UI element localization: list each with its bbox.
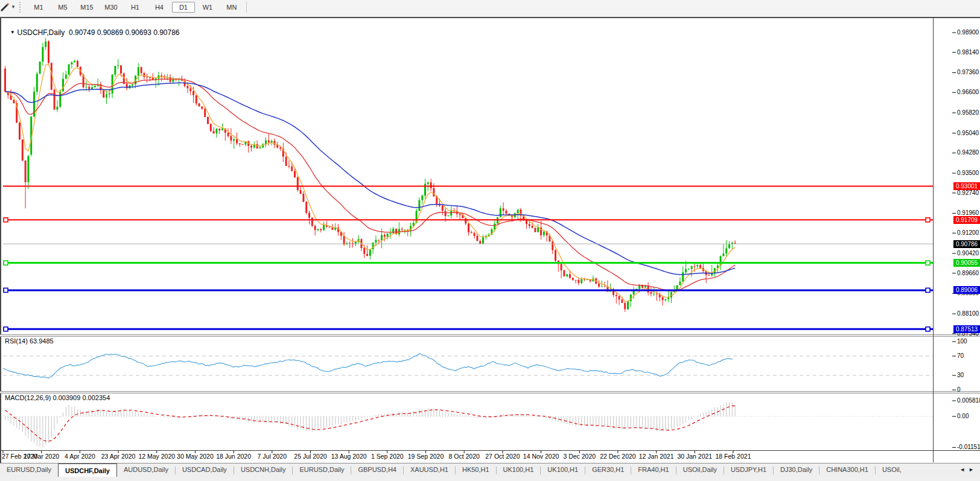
chart-tab-usdchf-daily[interactable]: USDCHF,Daily xyxy=(58,463,117,477)
rsi-axis-label: 0 xyxy=(957,386,961,393)
time-axis-label: 17 Mar 2020 xyxy=(24,453,59,460)
timeframe-button-mn[interactable]: MN xyxy=(220,2,243,13)
rsi-axis-label: 100 xyxy=(957,338,967,345)
tabs-scroll-left-icon[interactable]: ◄ xyxy=(959,467,969,473)
ohlc-high: 0.90869 xyxy=(97,28,123,37)
macd-axis-label: 0.00 xyxy=(957,413,969,419)
time-axis-label: 23 Apr 2020 xyxy=(101,453,136,460)
chart-tab-usdcad-daily[interactable]: USDCAD,Daily xyxy=(176,463,234,476)
price-axis-label: 0.93500 xyxy=(957,170,979,176)
chart-tab-xauusd-h1[interactable]: XAUUSD,H1 xyxy=(404,463,455,476)
chart-window[interactable] xyxy=(0,17,980,464)
chart-title: ▼USDCHF,Daily 0.90749 0.90869 0.90693 0.… xyxy=(6,20,180,37)
macd-splitter[interactable] xyxy=(0,391,980,393)
chart-tab-fra40-h1[interactable]: FRA40,H1 xyxy=(631,463,675,476)
toolbar-separator xyxy=(246,2,247,13)
timeframe-button-w1[interactable]: W1 xyxy=(196,2,219,13)
time-axis-label: 7 Jul 2020 xyxy=(258,453,287,460)
time-axis-label: 12 Jan 2021 xyxy=(639,453,674,460)
chart-tab-dj30-daily[interactable]: DJ30,Daily xyxy=(774,463,819,476)
chart-tab-hk50-h1[interactable]: HK50,H1 xyxy=(456,463,496,476)
price-level-badge: 0.90055 xyxy=(953,259,980,267)
chart-tab-usoil-[interactable]: USOil, xyxy=(876,463,908,476)
time-axis-label: 25 Jul 2020 xyxy=(294,453,326,460)
price-axis-label: 0.88100 xyxy=(957,310,979,317)
price-level-badge: 0.89006 xyxy=(953,286,980,294)
price-axis-label: 0.95820 xyxy=(957,109,979,116)
ohlc-open: 0.90749 xyxy=(69,28,95,37)
chart-tab-uk100-h1[interactable]: UK100,H1 xyxy=(497,463,541,476)
macd-label: MACD(12,26,9) 0.003909 0.002354 xyxy=(5,394,110,401)
status-strip xyxy=(0,477,980,481)
time-axis-label: 30 Jan 2021 xyxy=(677,453,712,460)
timeframe-button-h4[interactable]: H4 xyxy=(148,2,171,13)
time-axis-border xyxy=(0,450,980,451)
time-axis-label: 27 Oct 2020 xyxy=(485,453,520,460)
time-axis-label: 12 May 2020 xyxy=(138,453,175,460)
timeframe-button-h1[interactable]: H1 xyxy=(124,2,147,13)
chart-tab-usoil-daily[interactable]: USOil,Daily xyxy=(676,463,724,476)
price-axis-label: 0.91200 xyxy=(957,229,979,236)
time-axis-label: 14 Nov 2020 xyxy=(523,453,559,460)
timeframe-button-m1[interactable]: M1 xyxy=(27,2,50,13)
price-axis-label: 0.89660 xyxy=(957,270,979,276)
chart-tab-gbpusd-h4[interactable]: GBPUSD,H4 xyxy=(351,463,403,476)
price-axis-label: 0.90420 xyxy=(957,250,979,256)
timeframe-button-m15[interactable]: M15 xyxy=(75,2,98,13)
chart-tab-china300-h1[interactable]: CHINA300,H1 xyxy=(819,463,875,476)
price-level-badge: 0.87513 xyxy=(953,325,980,333)
macd-axis-label: 0.005818 xyxy=(957,397,980,404)
chart-tabs-bar: EURUSD,DailyUSDCHF,DailyAUDUSD,DailyUSDC… xyxy=(0,463,980,477)
timeframe-button-d1[interactable]: D1 xyxy=(172,2,195,13)
time-axis-label: 8 Oct 2020 xyxy=(449,453,480,460)
chart-tab-ger30-h1[interactable]: GER30,H1 xyxy=(585,463,631,476)
chart-tab-eurusd-daily[interactable]: EURUSD,Daily xyxy=(293,463,351,476)
time-axis-label: 1 Sep 2020 xyxy=(371,453,404,460)
chart-tab-usdjpy-h1[interactable]: USDJPY,H1 xyxy=(724,463,773,476)
chart-tab-uk100-h1[interactable]: UK100,H1 xyxy=(541,463,585,476)
price-axis-label: 0.98140 xyxy=(957,49,979,56)
rsi-label: RSI(14) 63.9485 xyxy=(5,337,54,345)
tabs-scroll-right-icon[interactable]: ► xyxy=(969,467,978,473)
macd-axis-label: -0.011514 xyxy=(957,444,980,450)
rsi-axis-label: 70 xyxy=(957,352,964,359)
timeframe-button-m5[interactable]: M5 xyxy=(51,2,74,13)
price-level-badge: 0.90786 xyxy=(953,240,980,248)
timeframe-toolbar: ▼M1M5M15M30H1H4D1W1MN xyxy=(0,0,980,18)
price-scale-border xyxy=(933,17,934,462)
price-axis-label: 0.98900 xyxy=(957,29,979,36)
chart-tab-usdcnh-daily[interactable]: USDCNH,Daily xyxy=(234,463,293,476)
toolbar-grip[interactable] xyxy=(19,2,22,13)
time-axis-label: 4 Apr 2020 xyxy=(65,453,95,460)
price-axis-label: 0.94280 xyxy=(957,149,979,156)
chart-tab-eurusd-daily[interactable]: EURUSD,Daily xyxy=(0,463,58,476)
rsi-splitter[interactable] xyxy=(0,334,980,337)
ohlc-close: 0.90786 xyxy=(153,28,179,37)
chart-tab-audusd-daily[interactable]: AUDUSD,Daily xyxy=(117,463,175,476)
ohlc-low: 0.90693 xyxy=(125,28,151,37)
price-axis-label: 0.96600 xyxy=(957,89,979,95)
price-axis-label: 0.95040 xyxy=(957,130,979,136)
price-level-badge: 0.91709 xyxy=(953,216,980,224)
time-axis-label: 22 Dec 2020 xyxy=(600,453,636,460)
price-axis-label: 0.92740 xyxy=(957,190,979,196)
toolbar-dropdown-icon[interactable]: ▼ xyxy=(11,4,16,10)
time-axis-label: 19 Sep 2020 xyxy=(408,453,444,460)
time-axis-label: 30 May 2020 xyxy=(177,453,214,460)
line-studies-icon[interactable] xyxy=(0,2,10,12)
time-axis-label: 18 Jun 2020 xyxy=(216,453,251,460)
time-axis-label: 3 Dec 2020 xyxy=(563,453,596,460)
symbol-name: USDCHF,Daily xyxy=(18,28,65,37)
price-axis-label: 0.97360 xyxy=(957,69,979,75)
time-axis-label: 18 Feb 2021 xyxy=(716,453,751,460)
timeframe-button-m30[interactable]: M30 xyxy=(100,2,122,13)
symbol-dropdown-icon[interactable]: ▼ xyxy=(10,30,15,35)
rsi-axis-label: 30 xyxy=(957,372,964,378)
time-axis-label: 13 Aug 2020 xyxy=(331,453,367,460)
price-level-badge: 0.93001 xyxy=(953,182,980,190)
